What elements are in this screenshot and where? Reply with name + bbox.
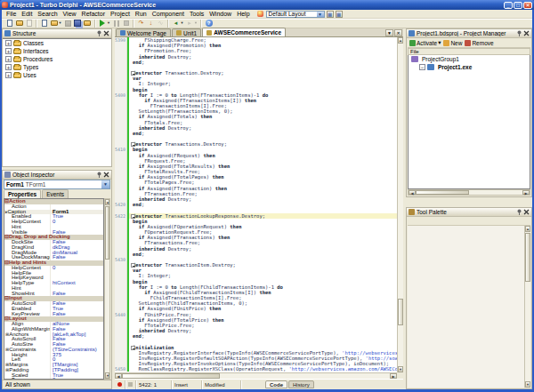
property-value[interactable]: False bbox=[51, 312, 103, 317]
editor-tab-unit1[interactable]: Unit1 bbox=[172, 28, 201, 36]
title-bar[interactable]: Project1 - Turbo Delphi - AWSECommerceSe… bbox=[0, 0, 534, 10]
object-selector-combo[interactable]: Form1 TForm1 ▼ bbox=[4, 180, 110, 189]
tab-events[interactable]: Events bbox=[42, 189, 69, 198]
menu-item-refactor[interactable]: Refactor bbox=[79, 11, 108, 17]
close-file-icon[interactable]: ✕ bbox=[394, 29, 402, 36]
scroll-up-icon[interactable]: ▲ bbox=[525, 226, 530, 232]
structure-node-interfaces[interactable]: +Interfaces bbox=[3, 47, 111, 55]
close-file-icon[interactable] bbox=[83, 19, 92, 28]
scroll-up-icon[interactable]: ▲ bbox=[105, 199, 109, 205]
close-button[interactable]: ✕ bbox=[523, 2, 532, 9]
menu-item-file[interactable]: File bbox=[4, 11, 19, 17]
save-layout-icon[interactable]: ▦ bbox=[327, 11, 334, 18]
tool-palette-scrollbar[interactable]: ▲ ▼ bbox=[524, 226, 530, 388]
expand-plus-icon[interactable]: + bbox=[5, 72, 12, 78]
help-flame-icon[interactable] bbox=[257, 11, 263, 17]
scroll-down-icon[interactable]: ▼ bbox=[105, 372, 109, 379]
trace-into-icon[interactable]: ↓ bbox=[147, 19, 156, 28]
tab-properties[interactable]: Properties bbox=[4, 189, 41, 198]
expand-plus-icon[interactable]: + bbox=[5, 56, 12, 62]
close-icon[interactable] bbox=[522, 30, 530, 37]
minimize-button[interactable]: _ bbox=[504, 2, 513, 9]
code-line[interactable]: 5450 RemClassRegistry.RegisterXSClass(Op… bbox=[115, 366, 397, 372]
new-items-icon[interactable] bbox=[5, 19, 14, 28]
desktop-layout-combo[interactable]: Default Layout▼ bbox=[266, 11, 325, 18]
close-icon[interactable] bbox=[102, 172, 109, 179]
expand-plus-icon[interactable]: ⊞ bbox=[5, 348, 9, 352]
run-icon[interactable]: ▼ bbox=[98, 19, 107, 28]
toolbar-separator bbox=[167, 20, 169, 28]
step-over-icon[interactable]: ↷ bbox=[137, 19, 146, 28]
pm-activate-button[interactable]: Activate ▾ bbox=[409, 39, 441, 46]
structure-node-classes[interactable]: +Classes bbox=[3, 39, 111, 47]
view-tab-history[interactable]: History bbox=[288, 380, 314, 388]
activate-icon bbox=[409, 40, 416, 46]
pm-remove-button[interactable]: Remove bbox=[465, 40, 493, 46]
scrollbar-thumb[interactable] bbox=[398, 299, 403, 325]
scroll-down-icon[interactable]: ▼ bbox=[525, 381, 530, 388]
property-value[interactable]: False bbox=[51, 292, 103, 297]
menu-item-search[interactable]: Search bbox=[35, 11, 60, 17]
view-tab-code[interactable]: Code bbox=[265, 380, 287, 388]
editor-tab-awsecommerceservice[interactable]: AWSECommerceService bbox=[202, 28, 286, 36]
menu-item-run[interactable]: Run bbox=[133, 11, 150, 17]
project-tree-node[interactable]: ProjectGroup1 bbox=[409, 55, 530, 63]
structure-node-label: Interfaces bbox=[23, 48, 49, 54]
expand-plus-icon[interactable]: + bbox=[5, 48, 12, 54]
menu-item-edit[interactable]: Edit bbox=[19, 11, 35, 17]
scrollbar-thumb[interactable] bbox=[525, 233, 530, 282]
project-tree-node[interactable]: −Project1.exe bbox=[409, 63, 530, 71]
pin-icon[interactable] bbox=[515, 30, 522, 37]
scrollbar-thumb[interactable] bbox=[105, 206, 109, 260]
save-all-icon[interactable] bbox=[73, 19, 82, 28]
tool-palette-panel: Tool Palette ▲ ▼ bbox=[406, 207, 532, 389]
structure-node-uses[interactable]: +Uses bbox=[3, 71, 111, 79]
expand-plus-icon[interactable]: ⊞ bbox=[5, 363, 9, 367]
property-value[interactable]: False bbox=[51, 255, 103, 260]
chevron-down-icon: ▼ bbox=[317, 12, 324, 17]
scroll-right-icon[interactable]: ▶ bbox=[522, 190, 530, 195]
collapse-minus-icon[interactable]: − bbox=[419, 64, 425, 70]
menu-item-window[interactable]: Window bbox=[206, 11, 234, 17]
delete-layout-icon[interactable]: ▦ bbox=[336, 11, 343, 18]
expand-plus-icon[interactable]: + bbox=[5, 64, 12, 70]
editor-tab-welcome-page[interactable]: Welcome Page bbox=[116, 28, 171, 36]
scroll-up-icon[interactable]: ▲ bbox=[398, 37, 403, 44]
property-grid-scrollbar[interactable]: ▲ ▼ bbox=[104, 198, 110, 380]
editor-horizontal-scrollbar[interactable]: ◀ ▶ bbox=[115, 372, 397, 379]
back-icon[interactable]: ◂▼ bbox=[172, 19, 181, 28]
close-icon[interactable] bbox=[102, 30, 109, 37]
scroll-left-icon[interactable]: ◀ bbox=[409, 190, 416, 195]
object-inspector-tabs: PropertiesEvents bbox=[4, 189, 110, 198]
pm-new-button[interactable]: New bbox=[443, 40, 462, 46]
menu-item-component[interactable]: Component bbox=[150, 11, 187, 17]
restore-button[interactable]: □ bbox=[514, 2, 522, 9]
file-column-header[interactable]: File bbox=[408, 48, 530, 55]
pin-icon[interactable] bbox=[95, 172, 102, 179]
tool-palette-toolbar bbox=[408, 217, 530, 226]
expand-plus-icon[interactable]: + bbox=[5, 40, 12, 46]
help-icon[interactable]: ? bbox=[205, 19, 214, 28]
open-file-icon[interactable] bbox=[15, 19, 24, 28]
scrollbar-thumb[interactable] bbox=[416, 190, 469, 195]
close-icon[interactable] bbox=[522, 209, 530, 216]
menu-item-tools[interactable]: Tools bbox=[187, 11, 206, 17]
menu-item-project[interactable]: Project bbox=[108, 11, 133, 17]
tab-list-dropdown-icon[interactable]: ▼ bbox=[385, 29, 393, 36]
error-dot-icon bbox=[117, 382, 122, 387]
menu-item-view[interactable]: View bbox=[61, 11, 79, 17]
new-unit-icon[interactable] bbox=[40, 19, 49, 28]
editor-area: Welcome PageUnit1AWSECommerceService▼✕ 5… bbox=[115, 28, 403, 389]
scroll-down-icon[interactable]: ▼ bbox=[398, 366, 403, 372]
expand-plus-icon[interactable]: ⊞ bbox=[5, 332, 9, 337]
menu-item-help[interactable]: Help bbox=[234, 11, 252, 17]
expand-plus-icon[interactable]: ⊞ bbox=[5, 368, 9, 372]
project-tree-scrollbar[interactable]: ◀ ▶ bbox=[408, 189, 530, 196]
code-editor[interactable]: 5390 FShippingCharge.Free; if Assigned(F… bbox=[115, 37, 397, 372]
structure-node-types[interactable]: +Types bbox=[3, 63, 111, 71]
editor-vertical-scrollbar[interactable]: ▲ ▼ bbox=[397, 37, 403, 372]
structure-node-procedures[interactable]: +Procedures bbox=[3, 55, 111, 63]
pin-icon[interactable] bbox=[95, 30, 102, 37]
open-project-icon[interactable]: ▼ bbox=[50, 19, 59, 28]
pin-icon[interactable] bbox=[515, 209, 522, 216]
